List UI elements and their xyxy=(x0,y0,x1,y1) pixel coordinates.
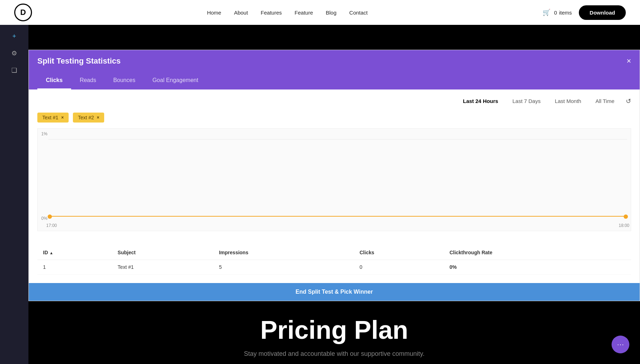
nav-about[interactable]: About xyxy=(234,10,248,16)
plus-icon[interactable]: + xyxy=(9,31,20,42)
table-header-row: ID Subject Impressions Clicks Clickthrou… xyxy=(37,245,631,260)
col-subject: Subject xyxy=(112,245,213,260)
nav-links: Home About Features Feature Blog Contact xyxy=(207,10,368,16)
nav-feature[interactable]: Feature xyxy=(295,10,313,16)
pricing-subtitle: Stay motivated and accountable with our … xyxy=(36,350,633,358)
cart-widget[interactable]: 🛒 0 items xyxy=(543,9,572,16)
filter-tag-text1-label: Text #1 xyxy=(42,115,58,120)
settings-icon[interactable]: ⚙ xyxy=(9,48,20,59)
cell-clicks: 0 xyxy=(354,260,444,275)
time-24h-button[interactable]: Last 24 Hours xyxy=(460,97,501,105)
cell-subject: Text #1 xyxy=(112,260,213,275)
chart-x-left-label: 17:00 xyxy=(46,223,57,228)
cart-icon: 🛒 xyxy=(543,9,550,16)
nav-blog[interactable]: Blog xyxy=(326,10,336,16)
nav-home[interactable]: Home xyxy=(207,10,221,16)
sort-asc-icon xyxy=(49,250,53,255)
left-sidebar: + ⚙ ❏ xyxy=(0,25,28,364)
table-row: 1 Text #1 5 0 0% xyxy=(37,260,631,275)
refresh-icon[interactable]: ↺ xyxy=(626,97,631,105)
tab-goal-engagement[interactable]: Goal Engagement xyxy=(144,72,207,89)
download-button[interactable]: Download xyxy=(579,5,626,20)
chart-top-gridline xyxy=(48,139,627,140)
panel-content: Last 24 Hours Last 7 Days Last Month All… xyxy=(29,89,640,283)
modal-close-button[interactable]: × xyxy=(626,56,631,66)
col-clickthrough-rate: Clickthrough Rate xyxy=(444,245,631,260)
col-impressions: Impressions xyxy=(213,245,354,260)
float-menu-icon: ⋯ xyxy=(617,340,624,349)
chart-dot-right xyxy=(624,214,628,219)
data-table: ID Subject Impressions Clicks Clickthrou… xyxy=(37,245,631,275)
chart-dot-left xyxy=(48,214,52,219)
chart-x-right-label: 18:00 xyxy=(619,223,629,228)
navbar: D Home About Features Feature Blog Conta… xyxy=(0,0,640,25)
tab-reads[interactable]: Reads xyxy=(71,72,105,89)
filter-tags: Text #1 × Text #2 × xyxy=(37,113,631,123)
chart-line xyxy=(48,216,627,217)
cell-id: 1 xyxy=(37,260,112,275)
nav-contact[interactable]: Contact xyxy=(349,10,368,16)
tabs-bar: Clicks Reads Bounces Goal Engagement xyxy=(29,72,640,89)
float-menu-button[interactable]: ⋯ xyxy=(612,336,629,353)
time-month-button[interactable]: Last Month xyxy=(552,97,584,105)
time-range-selector: Last 24 Hours Last 7 Days Last Month All… xyxy=(37,89,631,109)
modal-title: Split Testing Statistics xyxy=(37,56,121,66)
modal-header: Split Testing Statistics × xyxy=(29,50,640,72)
pricing-title: Pricing Plan xyxy=(36,315,633,344)
bottom-section: Pricing Plan Stay motivated and accounta… xyxy=(28,301,640,364)
layers-icon[interactable]: ❏ xyxy=(9,65,20,76)
cell-impressions: 5 xyxy=(213,260,354,275)
logo-circle: D xyxy=(14,4,32,21)
col-clicks: Clicks xyxy=(354,245,444,260)
logo: D xyxy=(14,4,32,21)
cart-count: 0 xyxy=(554,10,557,16)
filter-tag-text2-label: Text #2 xyxy=(78,115,94,120)
time-7d-button[interactable]: Last 7 Days xyxy=(510,97,543,105)
filter-tag-text1[interactable]: Text #1 × xyxy=(37,113,69,123)
end-split-button[interactable]: End Split Test & Pick Winner xyxy=(29,283,640,301)
main-content: Split Testing Statistics × Clicks Reads … xyxy=(28,50,640,364)
filter-tag-text2[interactable]: Text #2 × xyxy=(73,113,104,123)
modal-panel: Split Testing Statistics × Clicks Reads … xyxy=(28,50,640,301)
nav-features[interactable]: Features xyxy=(261,10,282,16)
tab-clicks[interactable]: Clicks xyxy=(37,72,71,89)
filter-tag-text2-close[interactable]: × xyxy=(97,115,99,120)
tab-bounces[interactable]: Bounces xyxy=(105,72,144,89)
filter-tag-text1-close[interactable]: × xyxy=(61,115,64,120)
chart-y-top-label: 1% xyxy=(41,131,47,136)
cell-clickthrough-rate: 0% xyxy=(444,260,631,275)
chart-area: 1% 0% 17:00 18:00 xyxy=(37,128,631,231)
cart-label: items xyxy=(559,10,572,16)
navbar-actions: 🛒 0 items Download xyxy=(543,5,626,20)
chart-y-bottom-label: 0% xyxy=(41,216,47,221)
time-alltime-button[interactable]: All Time xyxy=(593,97,617,105)
col-id[interactable]: ID xyxy=(37,245,112,260)
